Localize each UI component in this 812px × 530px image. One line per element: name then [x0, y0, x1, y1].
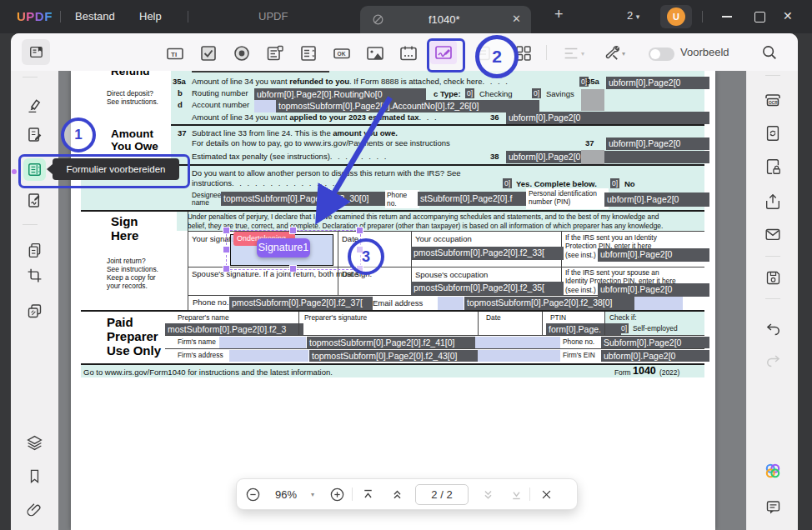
designee-name-field[interactable]: topmostSubform[0].Page2[0].f2_30[0]	[221, 192, 389, 206]
save-button[interactable]	[760, 265, 785, 290]
firm-name-field[interactable]: topmostSubform[0].Page2[0].f2_41[0]	[307, 337, 479, 348]
email-field[interactable]: topmostSubform[0].Page2[0].f2_38[0]	[464, 297, 638, 310]
checkbox-field[interactable]: 0]	[619, 323, 629, 333]
firm-name-input[interactable]	[475, 337, 560, 348]
convert-button[interactable]	[760, 121, 785, 146]
spouse-pin-field[interactable]: ubform[0].Page2[0	[598, 283, 709, 297]
attachment-button[interactable]	[22, 498, 47, 522]
share-button[interactable]	[760, 189, 785, 214]
list-box-tool[interactable]	[297, 42, 320, 65]
new-tab-button[interactable]: +	[554, 6, 564, 23]
zoom-level[interactable]: 96%	[268, 479, 303, 509]
menu-bestand[interactable]: Bestand	[75, 10, 115, 22]
firm-address-field[interactable]: topmostSubform[0].Page2[0].f2_43[0]	[309, 350, 482, 362]
document-viewport[interactable]: Refund 35a Amount of line 34 you want re…	[58, 71, 746, 530]
resize-handle[interactable]	[223, 265, 230, 272]
resize-handle[interactable]	[223, 246, 230, 253]
occupation-field[interactable]: pmostSubform[0].Page2[0].f2_33[	[411, 247, 564, 260]
crop-button[interactable]	[22, 262, 47, 288]
resize-handle[interactable]	[289, 227, 297, 234]
first-page-button[interactable]	[353, 479, 383, 509]
organize-pages-button[interactable]	[22, 238, 47, 262]
field-36[interactable]: ubform[0].Page2[0	[506, 112, 709, 124]
radio-button-tool[interactable]	[230, 42, 253, 65]
button-tool[interactable]: OK	[330, 42, 353, 65]
ai-flower-icon	[763, 461, 783, 481]
resize-handle[interactable]	[356, 227, 363, 234]
form-prepare-button[interactable]	[23, 158, 46, 181]
dropdown-tool[interactable]	[263, 42, 287, 65]
resize-handle[interactable]	[223, 227, 230, 234]
feedback-button[interactable]	[760, 494, 785, 519]
firm-address-input[interactable]	[478, 350, 560, 362]
tab-close-icon[interactable]: ✕	[512, 12, 521, 25]
designee-phone-field[interactable]: stSubform[0].Page2[0].f	[418, 192, 529, 206]
search-button[interactable]	[758, 41, 781, 64]
ai-assistant-button[interactable]	[760, 458, 785, 483]
checkbox-field[interactable]: 0]	[610, 178, 619, 188]
redo-button[interactable]	[760, 348, 785, 373]
page-indicator[interactable]: 2 / 2	[411, 479, 473, 509]
ptin-field[interactable]: form[0].Page.	[546, 323, 621, 335]
checkbox-field[interactable]: 0]	[465, 88, 474, 98]
chevron-down-icon[interactable]: ▾	[581, 50, 584, 58]
alignment-tool[interactable]	[559, 42, 583, 65]
zoom-in-button[interactable]	[322, 479, 352, 509]
firm-ein-field[interactable]: ubform[0].Page2[0	[601, 350, 709, 362]
mail-button[interactable]	[760, 222, 785, 247]
bookmark-button[interactable]	[22, 463, 47, 488]
fill-sign-button[interactable]	[22, 188, 47, 212]
phone-field[interactable]: pmostSubform[0].Page2[0].f2_37[	[229, 297, 373, 310]
firm-address-input[interactable]	[229, 350, 308, 362]
direct-deposit-label: Direct deposit?	[107, 89, 153, 98]
highlight-tool-button[interactable]	[22, 92, 47, 118]
field-38[interactable]: ubform[0].Page2[0	[506, 151, 709, 163]
zoom-out-button[interactable]	[237, 479, 268, 509]
close-zoombar-button[interactable]	[530, 479, 562, 509]
spouse-occupation-field[interactable]: pmostSubform[0].Page2[0].f2_35[	[411, 282, 564, 295]
menu-help[interactable]: Help	[139, 10, 162, 22]
checkbox-field[interactable]: 0]	[532, 88, 541, 98]
firm-name-input[interactable]	[219, 337, 306, 348]
next-page-button[interactable]	[473, 479, 503, 509]
checkbox-field[interactable]: 0]	[503, 178, 512, 188]
routing-field[interactable]: ubform[0].Page2[0].RoutingNo[0	[254, 88, 426, 101]
avatar: U	[667, 8, 685, 26]
stamp-button[interactable]	[22, 298, 47, 323]
field-tools-menu[interactable]	[599, 42, 623, 65]
close-window-button[interactable]: ✕	[783, 9, 793, 22]
tab-count-dropdown[interactable]: 2 ▾	[627, 9, 639, 22]
text-field-tool[interactable]: TI	[163, 42, 187, 65]
zoom-dropdown[interactable]: ▾	[303, 479, 322, 509]
account-button[interactable]: U	[660, 5, 692, 28]
undo-button[interactable]	[760, 317, 785, 342]
last-page-button[interactable]	[503, 479, 529, 509]
email-input[interactable]	[438, 297, 464, 310]
account-input[interactable]	[254, 100, 276, 112]
image-field-tool[interactable]	[363, 42, 387, 65]
chevron-down-icon[interactable]: ▾	[622, 50, 625, 58]
preview-toggle[interactable]	[649, 48, 674, 61]
minimize-button[interactable]	[722, 16, 732, 18]
ocr-icon: OCR	[763, 90, 783, 110]
layers-button[interactable]	[22, 430, 47, 455]
date-field-tool[interactable]	[397, 42, 420, 65]
comment-tool-button[interactable]	[22, 122, 47, 147]
checkbox-tool[interactable]	[197, 42, 220, 65]
document-tab[interactable]: f1040* ✕	[360, 6, 531, 33]
account-field[interactable]: topmostSubform[0].Page2[0].AccountNo[0].…	[276, 100, 539, 112]
protect-button[interactable]	[760, 154, 785, 179]
field-35a[interactable]: ubform[0].Page2[0	[606, 77, 709, 89]
pdf-page[interactable]: Refund 35a Amount of line 34 you want re…	[71, 71, 715, 530]
designee-pin-field[interactable]: ubform[0].Page2[0	[604, 192, 709, 207]
reader-sidebar-button[interactable]	[22, 39, 50, 65]
resize-handle[interactable]	[289, 265, 297, 272]
previous-page-button[interactable]	[383, 479, 411, 509]
firm-phone-field[interactable]: Subform[0].Page2[0	[601, 337, 709, 348]
maximize-button[interactable]	[754, 12, 765, 22]
your-pin-field[interactable]: ubform[0].Page2[0	[598, 248, 709, 262]
field-37[interactable]: ubform[0].Page2[0	[606, 138, 709, 150]
email-input[interactable]	[634, 297, 683, 310]
preparer-name-field[interactable]: mostSubform[0].Page2[0].f2_3	[165, 323, 303, 336]
ocr-button[interactable]: OCR	[760, 88, 785, 112]
